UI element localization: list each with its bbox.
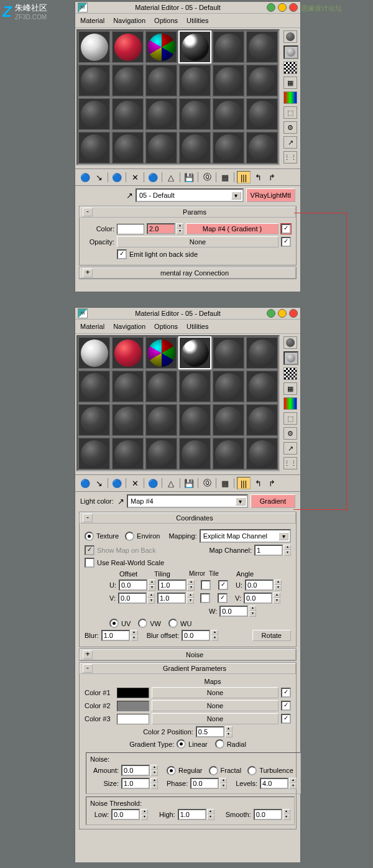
color-map-button[interactable]: Map #4 ( Gradient ) bbox=[186, 223, 279, 234]
environ-radio[interactable] bbox=[125, 532, 134, 541]
coords-header[interactable]: -Coordinates bbox=[80, 512, 296, 524]
slot-1[interactable] bbox=[78, 336, 111, 369]
color2-map-button[interactable]: None bbox=[152, 700, 279, 711]
reset-icon[interactable]: ✕ bbox=[129, 172, 141, 183]
slot-16[interactable] bbox=[178, 404, 211, 436]
preview-icon[interactable]: ⬚ bbox=[283, 106, 297, 119]
sample-uv-icon[interactable]: ▦ bbox=[283, 76, 297, 89]
color3-map-button[interactable]: None bbox=[152, 713, 279, 724]
slot-5[interactable] bbox=[212, 30, 245, 63]
slot-3[interactable] bbox=[145, 30, 178, 63]
vw-radio[interactable] bbox=[138, 619, 147, 628]
close-button[interactable] bbox=[289, 3, 298, 12]
menu-options[interactable]: Options bbox=[154, 17, 178, 24]
slot-20[interactable] bbox=[111, 437, 144, 470]
color-map-checkbox[interactable] bbox=[281, 224, 291, 234]
show-end-result-icon[interactable]: ||| bbox=[237, 171, 251, 183]
checker-icon[interactable] bbox=[283, 62, 297, 74]
showmap-checkbox[interactable] bbox=[85, 545, 94, 555]
checker-icon[interactable] bbox=[283, 367, 297, 380]
show-end-result-icon[interactable]: ||| bbox=[237, 477, 251, 489]
nt-smooth-spinner[interactable]: ▴▾ bbox=[254, 809, 290, 820]
slot-20[interactable] bbox=[111, 131, 144, 164]
slot-10[interactable] bbox=[178, 370, 211, 403]
noise-amount-spinner[interactable]: ▴▾ bbox=[121, 765, 158, 776]
put-to-scene-icon[interactable]: ↘ bbox=[93, 478, 105, 489]
slot-18[interactable] bbox=[246, 404, 279, 436]
fractal-radio[interactable] bbox=[209, 766, 218, 775]
material-map-nav-icon[interactable]: ⋮⋮ bbox=[283, 457, 297, 469]
menu-navigation[interactable]: Navigation bbox=[113, 323, 145, 330]
sample-uv-icon[interactable]: ▦ bbox=[283, 382, 297, 395]
slot-24[interactable] bbox=[246, 131, 279, 164]
slot-7[interactable] bbox=[78, 64, 111, 97]
slot-21[interactable] bbox=[145, 437, 178, 470]
slot-4-selected[interactable] bbox=[178, 30, 211, 63]
mirror-v-checkbox[interactable] bbox=[200, 593, 210, 603]
color3-map-checkbox[interactable] bbox=[281, 714, 291, 724]
turbulence-radio[interactable] bbox=[247, 766, 257, 775]
multiplier-spinner[interactable]: ▴▾ bbox=[147, 223, 183, 234]
assign-to-sel-icon[interactable]: 🔵 bbox=[111, 172, 123, 183]
uv-radio[interactable] bbox=[109, 619, 119, 628]
params-header[interactable]: -Params bbox=[80, 206, 296, 218]
noise-size-spinner[interactable]: ▴▾ bbox=[121, 778, 158, 789]
show-map-icon[interactable]: ▦ bbox=[219, 478, 231, 489]
material-map-nav-icon[interactable]: ⋮⋮ bbox=[283, 151, 297, 164]
go-forward-icon[interactable]: ↱ bbox=[265, 478, 278, 489]
slot-17[interactable] bbox=[212, 98, 245, 131]
slot-23[interactable] bbox=[212, 437, 245, 470]
bluroffset-spinner[interactable]: ▴▾ bbox=[182, 630, 218, 641]
angle-v-spinner[interactable]: ▴▾ bbox=[244, 593, 280, 604]
tiling-u-spinner[interactable]: ▴▾ bbox=[158, 579, 195, 591]
slot-5[interactable] bbox=[212, 336, 245, 369]
slot-13[interactable] bbox=[78, 98, 111, 131]
sample-type-icon[interactable] bbox=[283, 30, 297, 43]
map-name-dropdown[interactable]: Map #4 bbox=[127, 494, 248, 508]
slot-14[interactable] bbox=[111, 98, 144, 131]
slot-6[interactable] bbox=[246, 336, 279, 369]
go-to-parent-icon[interactable]: ↰ bbox=[252, 478, 264, 489]
minimize-button[interactable] bbox=[267, 309, 275, 318]
linear-radio[interactable] bbox=[177, 739, 186, 749]
get-material-icon[interactable]: 🔵 bbox=[79, 478, 91, 489]
mtl-id-icon[interactable]: ⓪ bbox=[201, 172, 213, 183]
slot-19[interactable] bbox=[78, 437, 111, 470]
slot-10[interactable] bbox=[178, 64, 211, 97]
select-by-mtl-icon[interactable]: ↗ bbox=[283, 136, 297, 149]
menu-utilities[interactable]: Utilities bbox=[186, 323, 208, 330]
wu-radio[interactable] bbox=[168, 619, 178, 628]
menu-navigation[interactable]: Navigation bbox=[113, 17, 145, 24]
slot-22[interactable] bbox=[178, 131, 211, 164]
slot-9[interactable] bbox=[145, 64, 178, 97]
slot-6[interactable] bbox=[246, 30, 279, 63]
slot-9[interactable] bbox=[145, 370, 178, 403]
close-button[interactable] bbox=[289, 309, 298, 318]
color2-swatch[interactable] bbox=[117, 701, 149, 711]
mapping-dropdown[interactable]: Explicit Map Channel bbox=[200, 529, 291, 543]
slot-23[interactable] bbox=[212, 131, 245, 164]
slot-11[interactable] bbox=[212, 64, 245, 97]
slot-4-selected[interactable] bbox=[178, 336, 211, 369]
angle-u-spinner[interactable]: ▴▾ bbox=[245, 579, 282, 591]
slot-3[interactable] bbox=[145, 336, 178, 369]
reset-icon[interactable]: ✕ bbox=[129, 478, 141, 489]
opacity-map-button[interactable]: None bbox=[117, 236, 279, 247]
noise-phase-spinner[interactable]: ▴▾ bbox=[190, 778, 227, 789]
slot-1[interactable] bbox=[78, 30, 111, 63]
slot-16[interactable] bbox=[178, 98, 211, 131]
options-icon[interactable]: ⚙ bbox=[283, 121, 297, 134]
noise-levels-spinner[interactable]: ▴▾ bbox=[260, 778, 297, 789]
preview-icon[interactable]: ⬚ bbox=[283, 412, 297, 425]
make-unique-icon[interactable]: △ bbox=[165, 478, 177, 489]
mentalray-header[interactable]: +mental ray Connection bbox=[80, 267, 296, 279]
menu-material[interactable]: Material bbox=[80, 323, 104, 330]
mirror-u-checkbox[interactable] bbox=[201, 580, 211, 590]
minimize-button[interactable] bbox=[267, 3, 275, 12]
mtl-id-icon[interactable]: ⓪ bbox=[201, 478, 213, 489]
material-type-button[interactable]: VRayLightMtl bbox=[246, 188, 295, 202]
slot-14[interactable] bbox=[111, 404, 144, 436]
show-map-icon[interactable]: ▦ bbox=[219, 172, 231, 183]
make-copy-icon[interactable]: 🔵 bbox=[147, 172, 159, 183]
menu-material[interactable]: Material bbox=[80, 17, 104, 24]
